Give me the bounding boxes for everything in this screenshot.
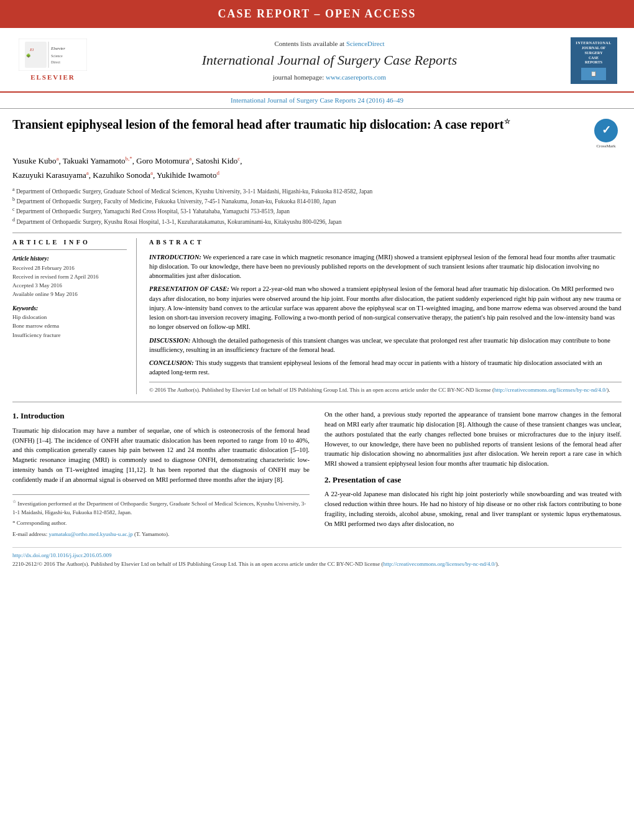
journal-header: El 🌳 Elsevier Science Direct ELSEVIER Co… [0, 30, 634, 93]
corresponding-footnote: * Corresponding author. [12, 519, 310, 528]
elsevier-logo-area: El 🌳 Elsevier Science Direct ELSEVIER [12, 39, 93, 82]
body-right-column: On the other hand, a previous study repo… [324, 410, 622, 541]
footnotes: ☆ Investigation performed at the Departm… [12, 494, 310, 538]
abstract-heading: A B S T R A C T [149, 238, 622, 247]
star-footnote: ☆ Investigation performed at the Departm… [12, 499, 310, 517]
ijscr-logo: INTERNATIONAL JOURNAL OF SURGERY CASE RE… [571, 37, 617, 84]
keywords-list: Hip dislocation Bone marrow edema Insuff… [12, 313, 127, 339]
crossmark-area: ✓ CrossMark [590, 116, 622, 150]
doi-reference-line: International Journal of Surgery Case Re… [0, 93, 634, 106]
abstract-column: A B S T R A C T INTRODUCTION: We experie… [149, 238, 622, 394]
email-link[interactable]: yamataku@ortho.med.kyushu-u.ac.jp [48, 531, 132, 537]
abstract-discussion: DISCUSSION: Although the detailed pathog… [149, 336, 622, 354]
sciencedirect-link: Contents lists available at ScienceDirec… [93, 39, 566, 48]
svg-text:Science: Science [51, 54, 63, 58]
keywords-section: Keywords: Hip dislocation Bone marrow ed… [12, 305, 127, 339]
abstract-license: © 2016 The Author(s). Published by Elsev… [149, 382, 622, 394]
article-title: Transient epiphyseal lesion of the femor… [12, 116, 584, 132]
affiliations: a Department of Orthopaedic Surgery, Gra… [12, 186, 622, 227]
section1-heading: 1. Introduction [12, 410, 310, 422]
affiliation-d: d Department of Orthopaedic Surgery, Kyu… [12, 216, 622, 226]
content-wrapper: Transient epiphyseal lesion of the femor… [0, 108, 634, 575]
keyword-3: Insufficiency fracture [12, 332, 61, 338]
article-title-section: Transient epiphyseal lesion of the femor… [12, 116, 622, 150]
homepage-link[interactable]: www.casereports.com [326, 73, 386, 81]
affiliation-b: b Department of Orthopaedic Surgery, Fac… [12, 196, 622, 206]
keyword-2: Bone marrow edema [12, 323, 59, 329]
affiliation-c: c Department of Orthopaedic Surgery, Yam… [12, 206, 622, 216]
intro-label: INTRODUCTION: [149, 254, 201, 261]
journal-logo-right: INTERNATIONAL JOURNAL OF SURGERY CASE RE… [566, 37, 622, 84]
crossmark-label: CrossMark [596, 144, 615, 150]
history-label: Article history: [12, 255, 127, 263]
svg-text:El: El [29, 47, 34, 52]
authors-line: Yusuke Kuboa, Takuaki Yamamotob,*, Goro … [12, 154, 622, 182]
discussion-text: Although the detailed pathogenesis of th… [149, 337, 610, 353]
journal-title: International Journal of Surgery Case Re… [93, 51, 566, 70]
section1-para1: Traumatic hip dislocation may have a num… [12, 426, 310, 485]
conclusion-text: This study suggests that transient epiph… [149, 359, 602, 376]
bottom-doi: http://dx.doi.org/10.1016/j.ijscr.2016.0… [12, 552, 622, 560]
sciencedirect-anchor[interactable]: ScienceDirect [346, 40, 385, 47]
journal-homepage: journal homepage: www.casereports.com [93, 73, 566, 82]
svg-text:🌳: 🌳 [26, 53, 31, 58]
section-divider [12, 402, 622, 402]
bottom-license-link[interactable]: http://creativecommons.org/licenses/by-n… [383, 561, 495, 567]
info-abstract-columns: A R T I C L E I N F O Article history: R… [12, 233, 622, 394]
svg-text:Elsevier: Elsevier [50, 46, 65, 51]
accepted-date: Accepted 3 May 2016 [12, 282, 62, 288]
section2-para1-right: A 22-year-old Japanese man dislocated hi… [324, 489, 622, 528]
discussion-label: DISCUSSION: [149, 337, 191, 344]
section1-para2-right: On the other hand, a previous study repo… [324, 410, 622, 469]
elsevier-wordmark: ELSEVIER [30, 73, 75, 82]
journal-center-info: Contents lists available at ScienceDirec… [93, 39, 566, 83]
available-date: Available online 9 May 2016 [12, 291, 78, 297]
elsevier-logo-image: El 🌳 Elsevier Science Direct [19, 39, 87, 71]
star-sup: ☆ [504, 118, 510, 125]
article-info-column: A R T I C L E I N F O Article history: R… [12, 238, 137, 394]
article-history-section: Article history: Received 28 February 20… [12, 255, 127, 298]
crossmark-icon: ✓ [594, 119, 618, 142]
abstract-intro: INTRODUCTION: We experienced a rare case… [149, 252, 622, 281]
received-revised-date: Received in revised form 2 April 2016 [12, 274, 98, 280]
section2-heading: 2. Presentation of case [324, 474, 622, 486]
article-info-heading: A R T I C L E I N F O [12, 238, 127, 250]
case-report-banner: CASE REPORT – OPEN ACCESS [0, 0, 634, 30]
bottom-info: http://dx.doi.org/10.1016/j.ijscr.2016.0… [12, 547, 622, 568]
email-footnote: E-mail address: yamataku@ortho.med.kyush… [12, 530, 310, 539]
abstract-conclusion: CONCLUSION: This study suggests that tra… [149, 358, 622, 377]
keywords-label: Keywords: [12, 305, 127, 313]
affiliation-a: a Department of Orthopaedic Surgery, Gra… [12, 186, 622, 196]
body-left-column: 1. Introduction Traumatic hip dislocatio… [12, 410, 310, 541]
conclusion-label: CONCLUSION: [149, 359, 194, 366]
svg-text:Direct: Direct [51, 60, 60, 64]
keyword-1: Hip dislocation [12, 314, 47, 320]
received-date: Received 28 February 2016 [12, 265, 75, 271]
abstract-case: PRESENTATION OF CASE: We report a 22-yea… [149, 284, 622, 331]
body-content: 1. Introduction Traumatic hip dislocatio… [12, 410, 622, 541]
cc-license-link[interactable]: http://creativecommons.org/licenses/by-n… [494, 387, 607, 393]
case-label: PRESENTATION OF CASE: [149, 285, 229, 292]
intro-text: We experienced a rare case in which magn… [149, 254, 615, 279]
bottom-license: 2210-2612/© 2016 The Author(s). Publishe… [12, 560, 622, 569]
doi-link[interactable]: http://dx.doi.org/10.1016/j.ijscr.2016.0… [12, 552, 112, 558]
banner-text: CASE REPORT – OPEN ACCESS [218, 7, 416, 20]
